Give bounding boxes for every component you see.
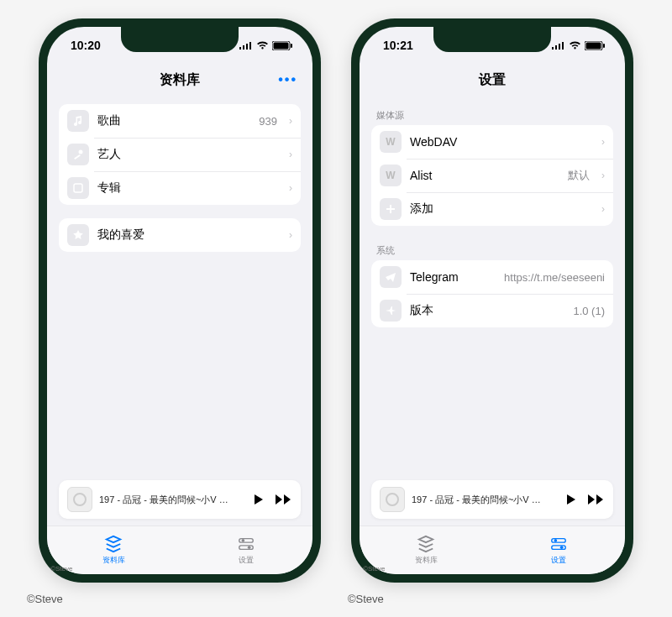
chevron-right-icon: › (601, 203, 605, 215)
svg-point-7 (79, 150, 83, 154)
svg-rect-1 (243, 45, 244, 50)
music-note-icon (67, 110, 89, 132)
nav-bar: 资料库 ••• (47, 64, 312, 96)
tab-settings[interactable]: 设置 (492, 526, 625, 574)
chevron-right-icon: › (601, 136, 605, 148)
battery-icon (585, 41, 605, 50)
now-playing-bar[interactable]: 197 - 品冠 - 最美的問候~小V … (59, 480, 301, 519)
tab-bar: 资料库 设置 (360, 525, 625, 574)
svg-point-22 (554, 539, 558, 542)
star-icon (67, 224, 89, 246)
now-playing-title: 197 - 品冠 - 最美的問候~小V … (412, 494, 554, 506)
svg-rect-6 (291, 44, 292, 48)
forward-button[interactable] (586, 490, 605, 509)
cellular-signal-icon (552, 41, 565, 50)
chevron-right-icon: › (289, 149, 292, 160)
now-playing-bar[interactable]: 197 - 品冠 - 最美的問候~小V … (371, 480, 613, 519)
album-art-icon (380, 487, 405, 512)
settings-icon (237, 535, 255, 553)
tab-library[interactable]: 资料库 (47, 526, 180, 574)
library-icon (417, 535, 435, 553)
chevron-right-icon: › (601, 170, 605, 181)
row-songs[interactable]: 歌曲 939 › (59, 104, 301, 138)
row-label: 艺人 (97, 147, 277, 162)
plus-icon (380, 198, 402, 220)
row-favorites[interactable]: 我的喜爱 › (59, 218, 301, 252)
svg-rect-3 (249, 42, 251, 50)
credit-text: ©Steve (27, 593, 63, 605)
phone-settings: 10:21 设置 媒体源 W WebDAV › (351, 18, 633, 583)
row-detail: 默认 (568, 168, 590, 183)
w-icon: W (380, 131, 402, 153)
forward-button[interactable] (274, 490, 292, 509)
page-title: 设置 (479, 71, 506, 89)
favorites-list: 我的喜爱 › (59, 218, 301, 252)
row-label: 版本 (410, 303, 564, 318)
svg-rect-0 (239, 47, 241, 50)
svg-rect-15 (555, 45, 557, 50)
row-version: 版本 1.0 (1) (371, 294, 613, 327)
album-icon (67, 177, 89, 199)
svg-point-24 (560, 546, 564, 549)
row-label: 歌曲 (97, 113, 250, 128)
svg-rect-23 (552, 546, 566, 550)
system-list: Telegram https://t.me/seeseeni 版本 1.0 (1… (371, 260, 613, 327)
chevron-right-icon: › (289, 229, 292, 241)
phone-library: 10:20 资料库 ••• 歌曲 939 › (39, 18, 321, 583)
row-detail: 1.0 (1) (573, 305, 605, 317)
row-label: 添加 (410, 201, 590, 217)
w-icon: W (380, 165, 402, 186)
svg-rect-10 (239, 539, 254, 543)
row-webdav[interactable]: W WebDAV › (371, 125, 613, 159)
row-telegram[interactable]: Telegram https://t.me/seeseeni (371, 260, 613, 294)
tab-label: 资料库 (102, 555, 125, 566)
row-detail: 939 (259, 115, 277, 128)
tab-bar: 资料库 设置 (47, 525, 312, 574)
chevron-right-icon: › (289, 115, 292, 127)
play-button[interactable] (249, 490, 267, 509)
media-source-list: W WebDAV › W Alist 默认 › 添加 › (371, 125, 613, 226)
row-albums[interactable]: 专辑 › (59, 171, 301, 205)
nav-bar: 设置 (360, 64, 625, 96)
credit-text: ©Steve (348, 593, 384, 605)
tab-library[interactable]: 资料库 (360, 526, 492, 574)
album-art-icon (67, 487, 92, 512)
chevron-right-icon: › (289, 182, 292, 194)
tab-label: 资料库 (415, 555, 438, 566)
row-artists[interactable]: 艺人 › (59, 138, 301, 171)
telegram-icon (380, 266, 402, 288)
play-button[interactable] (561, 490, 580, 509)
row-add-source[interactable]: 添加 › (371, 192, 613, 226)
library-icon (104, 535, 123, 553)
row-label: 我的喜爱 (97, 227, 277, 243)
svg-rect-16 (559, 44, 560, 50)
content-area: 媒体源 W WebDAV › W Alist 默认 › (360, 96, 625, 480)
svg-rect-20 (603, 44, 605, 48)
row-label: 专辑 (97, 180, 277, 196)
row-detail: https://t.me/seeseeni (504, 271, 605, 284)
battery-icon (272, 41, 292, 50)
svg-rect-12 (239, 546, 254, 550)
more-button[interactable]: ••• (278, 72, 297, 87)
plane-icon (380, 300, 402, 322)
svg-rect-21 (552, 539, 566, 543)
svg-rect-5 (274, 42, 289, 49)
section-header-system: 系统 (371, 239, 613, 260)
device-notch (433, 27, 551, 52)
svg-rect-17 (562, 42, 564, 50)
status-time: 10:21 (383, 39, 413, 52)
tab-settings[interactable]: 设置 (180, 526, 312, 574)
tab-label: 设置 (239, 555, 254, 566)
row-label: Alist (410, 169, 559, 182)
wifi-icon (569, 41, 581, 50)
row-alist[interactable]: W Alist 默认 › (371, 159, 613, 192)
svg-rect-8 (74, 154, 81, 159)
page-title: 资料库 (160, 71, 200, 89)
svg-rect-19 (586, 42, 601, 49)
wifi-icon (256, 41, 269, 50)
row-label: WebDAV (410, 135, 590, 149)
microphone-icon (67, 144, 89, 165)
cellular-signal-icon (239, 41, 253, 50)
settings-icon (549, 535, 568, 553)
now-playing-title: 197 - 品冠 - 最美的問候~小V … (99, 494, 242, 506)
